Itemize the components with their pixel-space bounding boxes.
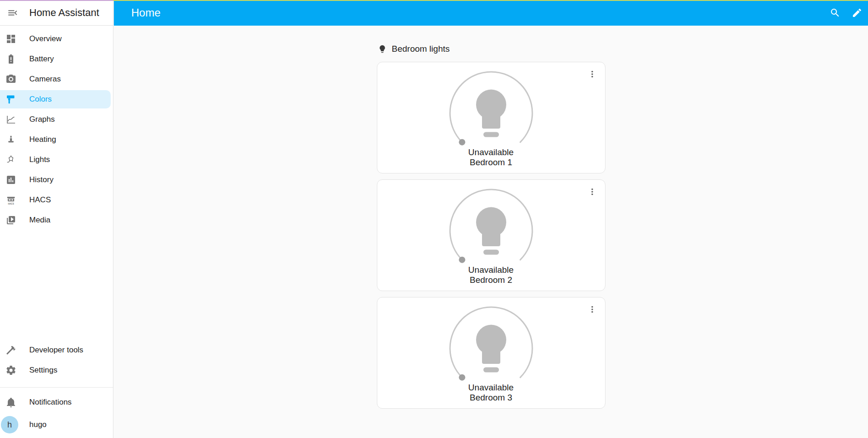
dial-knob — [459, 139, 465, 146]
sidebar-header: Home Assistant — [0, 0, 113, 26]
lantern-icon — [5, 154, 16, 165]
light-card-bedroom-2: Unavailable Bedroom 2 — [377, 179, 605, 291]
chart-line-icon — [5, 114, 16, 125]
avatar: h — [1, 416, 18, 433]
gear-icon — [5, 365, 16, 376]
sidebar-spacer — [0, 231, 113, 339]
entity-status: Unavailable — [377, 383, 605, 393]
app-header: Home — [114, 0, 868, 26]
lightbulb-large-icon — [476, 90, 506, 137]
light-card-bedroom-3: Unavailable Bedroom 3 — [377, 297, 605, 409]
brightness-dial[interactable] — [441, 187, 541, 266]
top-edge-strip-right — [113, 0, 868, 1]
sidebar-divider — [0, 387, 113, 388]
sidebar-item-overview[interactable]: Overview — [0, 30, 111, 48]
sidebar-item-graphs[interactable]: Graphs — [0, 110, 111, 129]
section-title: Bedroom lights — [392, 44, 450, 54]
lightbulb-large-icon — [476, 325, 506, 373]
sidebar-item-battery[interactable]: Battery — [0, 50, 111, 68]
card-texts: Unavailable Bedroom 1 — [377, 147, 605, 168]
battery-alert-icon — [5, 54, 16, 65]
dashboard-content: Bedroom lights — [114, 26, 868, 438]
sidebar-item-hacs[interactable]: HACS HACS — [0, 191, 111, 209]
brightness-dial[interactable] — [441, 70, 541, 148]
app-title: Home Assistant — [29, 7, 99, 19]
sidebar-user-profile[interactable]: h hugo — [0, 413, 113, 436]
search-button[interactable] — [824, 2, 846, 24]
candle-icon — [5, 134, 16, 145]
entity-name[interactable]: Bedroom 3 — [377, 393, 605, 403]
search-icon — [830, 7, 841, 18]
dots-vertical-icon — [587, 69, 597, 79]
entity-name[interactable]: Bedroom 1 — [377, 157, 605, 168]
main-area: Home Bedroom lights — [114, 0, 868, 438]
section-header: Bedroom lights — [378, 43, 605, 55]
pencil-icon — [852, 7, 863, 18]
entity-status: Unavailable — [377, 147, 605, 157]
sidebar-nav: Overview Battery Cameras Colors — [0, 26, 113, 231]
entity-name[interactable]: Bedroom 2 — [377, 275, 605, 285]
dots-vertical-icon — [587, 187, 597, 197]
card-menu-button[interactable] — [583, 300, 601, 319]
sidebar-footer-nav: Developer tools Settings — [0, 339, 113, 381]
dial-knob — [459, 374, 465, 381]
lightbulb-large-icon — [476, 207, 506, 255]
bell-icon — [5, 397, 16, 408]
card-column: Bedroom lights — [377, 43, 605, 415]
top-edge-strip-left — [0, 0, 113, 1]
paint-roller-icon — [5, 94, 16, 105]
card-texts: Unavailable Bedroom 3 — [377, 383, 605, 403]
dial-knob — [459, 257, 465, 263]
page-title: Home — [131, 6, 161, 19]
play-box-multiple-icon — [5, 215, 16, 226]
light-card-bedroom-1: Unavailable Bedroom 1 — [377, 62, 605, 173]
sidebar-item-notifications[interactable]: Notifications — [0, 393, 111, 411]
sidebar-toggle-button[interactable] — [2, 2, 24, 24]
chart-box-icon — [5, 174, 16, 185]
sidebar-item-history[interactable]: History — [0, 171, 111, 189]
sidebar-item-heating[interactable]: Heating — [0, 130, 111, 149]
card-menu-button[interactable] — [583, 65, 601, 83]
edit-dashboard-button[interactable] — [846, 2, 868, 24]
camera-icon — [5, 74, 16, 85]
svg-text:HACS: HACS — [8, 203, 14, 205]
hacs-store-icon: HACS — [5, 195, 16, 205]
header-actions — [824, 2, 868, 24]
menu-open-icon — [7, 7, 19, 19]
sidebar-item-developer-tools[interactable]: Developer tools — [0, 341, 111, 359]
sidebar-item-settings[interactable]: Settings — [0, 361, 111, 379]
lightbulb-icon — [378, 44, 387, 54]
sidebar-item-lights[interactable]: Lights — [0, 151, 111, 169]
hammer-icon — [5, 345, 16, 356]
card-texts: Unavailable Bedroom 2 — [377, 265, 605, 285]
sidebar-item-cameras[interactable]: Cameras — [0, 70, 111, 88]
sidebar-item-media[interactable]: Media — [0, 211, 111, 229]
sidebar: Home Assistant Overview Battery Cameras — [0, 0, 113, 438]
entity-status: Unavailable — [377, 265, 605, 275]
card-menu-button[interactable] — [583, 183, 601, 201]
brightness-dial[interactable] — [441, 305, 541, 384]
sidebar-item-colors[interactable]: Colors — [0, 90, 111, 108]
dots-vertical-icon — [587, 304, 597, 314]
user-name: hugo — [29, 420, 47, 429]
view-dashboard-icon — [5, 33, 16, 44]
